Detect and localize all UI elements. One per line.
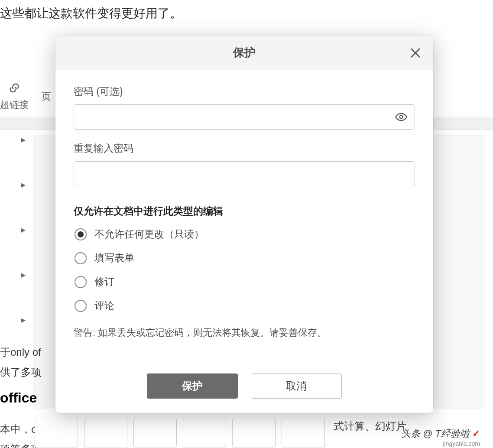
svg-point-2 bbox=[400, 116, 403, 119]
toolbar-hyperlink-label: 超链接 bbox=[0, 98, 29, 111]
watermark-sub: jingyanla.com bbox=[443, 440, 480, 447]
bg-mid-line2: 供了多项 bbox=[0, 362, 42, 382]
link-icon bbox=[8, 82, 20, 97]
radio-icon bbox=[75, 228, 87, 240]
protect-dialog: 保护 密码 (可选) 重复输入密码 仅允许在文档中进行此类型的编辑 不允许任何 bbox=[55, 36, 433, 413]
caret-icon[interactable]: ▸ bbox=[21, 224, 26, 235]
toolbar-hyperlink[interactable]: 超链接 bbox=[0, 82, 29, 111]
dialog-titlebar: 保护 bbox=[55, 36, 433, 70]
caret-icon[interactable]: ▸ bbox=[21, 269, 26, 280]
password-label: 密码 (可选) bbox=[74, 85, 415, 98]
protect-button[interactable]: 保护 bbox=[147, 373, 238, 399]
caret-icon[interactable]: ▸ bbox=[21, 315, 26, 325]
radio-tracked-label: 修订 bbox=[94, 275, 114, 289]
toolbar-page[interactable]: 页 bbox=[42, 90, 51, 103]
template-thumb[interactable] bbox=[133, 418, 177, 448]
radio-forms-label: 填写表单 bbox=[94, 251, 134, 265]
dialog-title: 保护 bbox=[233, 45, 256, 60]
repeat-password-label: 重复输入密码 bbox=[74, 142, 415, 155]
template-thumb[interactable] bbox=[183, 418, 226, 448]
radio-readonly[interactable]: 不允许任何更改（只读） bbox=[75, 227, 415, 241]
bg-text-top: 这些都让这款软件变得更好用了。 bbox=[0, 5, 182, 22]
warning-text: 警告: 如果丢失或忘记密码，则无法将其恢复。请妥善保存。 bbox=[74, 325, 415, 340]
bg-text-mid: 于only of 供了多项 bbox=[0, 342, 42, 382]
radio-comments[interactable]: 评论 bbox=[75, 299, 415, 312]
edit-type-heading: 仅允许在文档中进行此类型的编辑 bbox=[74, 205, 415, 218]
eye-icon bbox=[395, 114, 407, 125]
radio-icon bbox=[75, 252, 87, 264]
template-thumb[interactable] bbox=[282, 418, 325, 448]
radio-icon bbox=[75, 300, 87, 312]
password-field-wrap bbox=[74, 104, 415, 130]
edit-type-radio-group: 不允许任何更改（只读） 填写表单 修订 评论 bbox=[74, 227, 415, 312]
close-icon bbox=[409, 53, 422, 61]
dialog-body: 密码 (可选) 重复输入密码 仅允许在文档中进行此类型的编辑 不允许任何更改（只… bbox=[55, 70, 433, 361]
bg-mid-line1: 于only of bbox=[0, 342, 42, 362]
template-thumb[interactable] bbox=[35, 418, 78, 448]
toggle-visibility-button[interactable] bbox=[395, 111, 407, 123]
radio-readonly-label: 不允许任何更改（只读） bbox=[94, 227, 204, 241]
cancel-button[interactable]: 取消 bbox=[251, 373, 342, 399]
caret-icon[interactable]: ▸ bbox=[21, 134, 26, 145]
repeat-password-input[interactable] bbox=[74, 161, 415, 186]
template-thumb[interactable] bbox=[232, 418, 276, 448]
template-thumb[interactable] bbox=[84, 418, 127, 448]
password-input[interactable] bbox=[74, 104, 415, 130]
caret-icon[interactable]: ▸ bbox=[21, 179, 26, 190]
watermark-main: 头条 @ T经验啦 ✓ bbox=[401, 427, 480, 440]
radio-tracked[interactable]: 修订 bbox=[75, 275, 415, 289]
repeat-password-field-wrap bbox=[74, 161, 415, 186]
radio-icon bbox=[75, 276, 87, 288]
radio-forms[interactable]: 填写表单 bbox=[75, 251, 415, 265]
bg-heading: office bbox=[0, 390, 37, 406]
dialog-footer: 保护 取消 bbox=[55, 361, 433, 413]
radio-comments-label: 评论 bbox=[94, 299, 114, 312]
toolbar-page-label: 页 bbox=[42, 90, 51, 103]
close-button[interactable] bbox=[409, 46, 422, 59]
